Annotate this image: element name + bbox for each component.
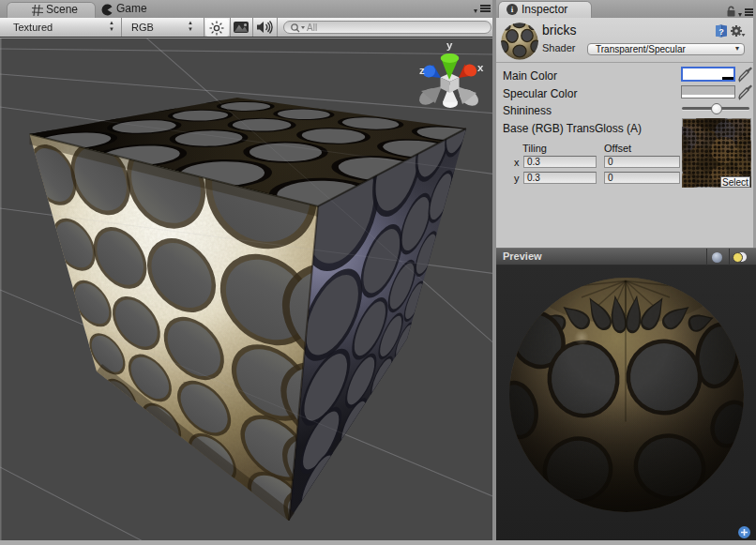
svg-text:?: ? xyxy=(718,27,724,37)
svg-text:y: y xyxy=(446,39,453,51)
svg-text:z: z xyxy=(419,65,425,76)
svg-text:x: x xyxy=(477,62,484,73)
